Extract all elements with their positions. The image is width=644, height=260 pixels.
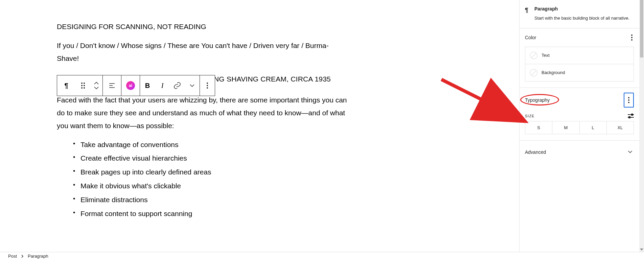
chevron-down-icon — [626, 148, 634, 157]
typography-heading: Typography — [525, 97, 550, 103]
custom-size-button[interactable] — [628, 114, 634, 118]
list-item[interactable]: Eliminate distractions — [70, 193, 382, 206]
background-color-button[interactable]: Background — [525, 64, 634, 81]
ai-icon: ai — [126, 81, 135, 90]
scrollbar-down-arrow[interactable] — [639, 247, 644, 252]
drag-icon — [81, 82, 85, 89]
ai-button[interactable]: ai — [121, 75, 140, 96]
size-s-button[interactable]: S — [525, 121, 552, 134]
list-item[interactable]: Format content to support scanning — [70, 207, 382, 220]
scrollbar-thumb[interactable] — [640, 0, 643, 57]
color-text-label: Text — [542, 53, 550, 58]
text-color-button[interactable]: Text — [525, 47, 634, 64]
size-segmented-control: S M L XL — [525, 121, 634, 134]
move-buttons — [90, 75, 102, 96]
color-options-button[interactable] — [630, 33, 634, 42]
size-label: SIZE — [525, 114, 534, 118]
align-icon — [108, 81, 116, 90]
block-card: ¶ Paragraph Start with the basic buildin… — [520, 0, 639, 28]
paragraph-icon: ¶ — [64, 82, 68, 90]
chevron-right-icon — [21, 255, 24, 258]
bold-icon: B — [145, 82, 150, 90]
bold-button[interactable]: B — [140, 75, 155, 96]
size-m-button[interactable]: M — [552, 121, 579, 134]
link-button[interactable] — [170, 75, 185, 96]
settings-sidebar: ¶ Paragraph Start with the basic buildin… — [519, 0, 639, 252]
drag-handle[interactable] — [75, 75, 90, 96]
advanced-heading: Advanced — [525, 149, 546, 155]
paragraph-icon: ¶ — [525, 6, 528, 14]
chevron-down-icon[interactable] — [94, 86, 99, 90]
paragraph-block-1[interactable]: If you / Don't know / Whose signs / Thes… — [57, 39, 331, 65]
chevron-down-icon — [188, 81, 196, 90]
block-options-button[interactable] — [200, 75, 215, 96]
size-xl-button[interactable]: XL — [606, 121, 634, 134]
block-title: Paragraph — [534, 6, 629, 11]
chevron-up-icon[interactable] — [94, 81, 99, 85]
list-block[interactable]: Take advantage of conventions Create eff… — [57, 138, 382, 220]
typography-panel: Typography SIZE S M L XL — [520, 88, 639, 141]
link-icon — [173, 81, 181, 90]
block-type-button[interactable]: ¶ — [57, 75, 75, 96]
color-panel: Color Text Background — [520, 28, 639, 88]
typography-options-button[interactable] — [624, 93, 634, 108]
italic-button[interactable]: I — [155, 75, 170, 96]
block-description: Start with the basic building block of a… — [534, 15, 629, 22]
list-item[interactable]: Make it obvious what's clickable — [70, 180, 382, 192]
block-toolbar: ¶ ai B I — [57, 75, 215, 96]
paragraph-block-2[interactable]: Faced with the fact that your users are … — [57, 94, 348, 132]
breadcrumb: Post Paragraph — [0, 252, 644, 260]
paragraph-block-heading[interactable]: DESIGNING FOR SCANNING, NOT READING — [57, 20, 382, 33]
editor-canvas[interactable]: DESIGNING FOR SCANNING, NOT READING If y… — [0, 0, 519, 252]
size-l-button[interactable]: L — [579, 121, 606, 134]
vertical-scrollbar[interactable] — [639, 0, 644, 252]
advanced-panel-toggle[interactable]: Advanced — [520, 141, 639, 164]
breadcrumb-current[interactable]: Paragraph — [28, 254, 48, 259]
kebab-icon — [627, 96, 631, 104]
list-item[interactable]: Take advantage of conventions — [70, 138, 382, 151]
none-swatch-icon — [530, 69, 537, 76]
italic-icon: I — [161, 82, 164, 90]
none-swatch-icon — [530, 52, 537, 59]
list-item[interactable]: Create effective visual hierarchies — [70, 152, 382, 165]
color-heading: Color — [525, 35, 536, 40]
kebab-icon — [205, 81, 209, 90]
more-formatting-button[interactable] — [185, 75, 200, 96]
color-bg-label: Background — [542, 70, 565, 75]
align-button[interactable] — [103, 75, 121, 96]
breadcrumb-post[interactable]: Post — [8, 254, 17, 259]
list-item[interactable]: Break pages up into clearly defined area… — [70, 166, 382, 179]
